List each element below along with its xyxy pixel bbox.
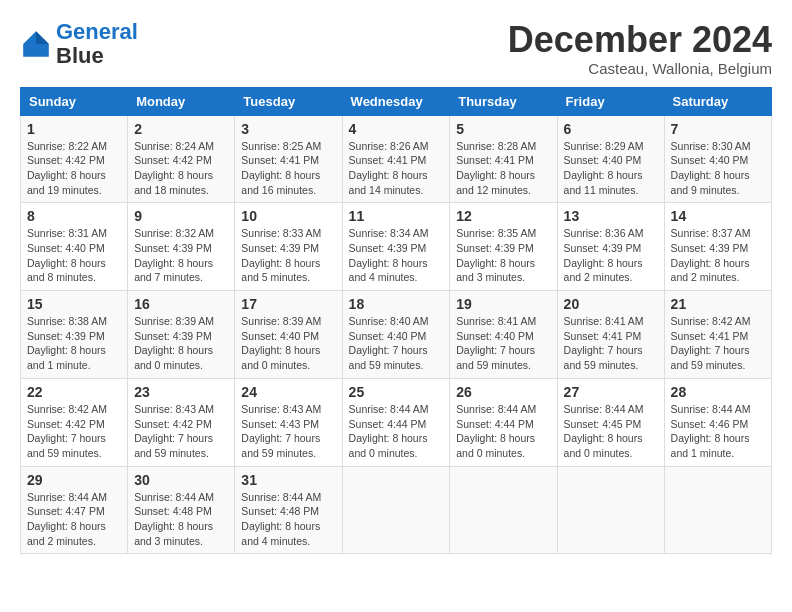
- day-info: Sunrise: 8:37 AM Sunset: 4:39 PM Dayligh…: [671, 226, 765, 285]
- calendar-week-3: 15Sunrise: 8:38 AM Sunset: 4:39 PM Dayli…: [21, 291, 772, 379]
- calendar-cell: 19Sunrise: 8:41 AM Sunset: 4:40 PM Dayli…: [450, 291, 557, 379]
- day-info: Sunrise: 8:42 AM Sunset: 4:41 PM Dayligh…: [671, 314, 765, 373]
- day-info: Sunrise: 8:38 AM Sunset: 4:39 PM Dayligh…: [27, 314, 121, 373]
- day-info: Sunrise: 8:32 AM Sunset: 4:39 PM Dayligh…: [134, 226, 228, 285]
- day-info: Sunrise: 8:33 AM Sunset: 4:39 PM Dayligh…: [241, 226, 335, 285]
- day-number: 16: [134, 296, 228, 312]
- day-info: Sunrise: 8:24 AM Sunset: 4:42 PM Dayligh…: [134, 139, 228, 198]
- day-number: 6: [564, 121, 658, 137]
- page-header: General Blue December 2024 Casteau, Wall…: [20, 20, 772, 77]
- calendar-cell: 23Sunrise: 8:43 AM Sunset: 4:42 PM Dayli…: [128, 378, 235, 466]
- svg-marker-1: [36, 31, 49, 44]
- calendar-cell: 14Sunrise: 8:37 AM Sunset: 4:39 PM Dayli…: [664, 203, 771, 291]
- day-number: 18: [349, 296, 444, 312]
- day-info: Sunrise: 8:43 AM Sunset: 4:43 PM Dayligh…: [241, 402, 335, 461]
- day-info: Sunrise: 8:44 AM Sunset: 4:46 PM Dayligh…: [671, 402, 765, 461]
- day-number: 22: [27, 384, 121, 400]
- day-number: 3: [241, 121, 335, 137]
- day-number: 11: [349, 208, 444, 224]
- day-number: 8: [27, 208, 121, 224]
- day-info: Sunrise: 8:35 AM Sunset: 4:39 PM Dayligh…: [456, 226, 550, 285]
- day-info: Sunrise: 8:36 AM Sunset: 4:39 PM Dayligh…: [564, 226, 658, 285]
- day-info: Sunrise: 8:29 AM Sunset: 4:40 PM Dayligh…: [564, 139, 658, 198]
- day-number: 9: [134, 208, 228, 224]
- calendar-cell: 25Sunrise: 8:44 AM Sunset: 4:44 PM Dayli…: [342, 378, 450, 466]
- day-number: 25: [349, 384, 444, 400]
- day-number: 14: [671, 208, 765, 224]
- calendar-cell: 31Sunrise: 8:44 AM Sunset: 4:48 PM Dayli…: [235, 466, 342, 554]
- calendar-week-4: 22Sunrise: 8:42 AM Sunset: 4:42 PM Dayli…: [21, 378, 772, 466]
- calendar-week-5: 29Sunrise: 8:44 AM Sunset: 4:47 PM Dayli…: [21, 466, 772, 554]
- calendar-cell: 9Sunrise: 8:32 AM Sunset: 4:39 PM Daylig…: [128, 203, 235, 291]
- day-number: 1: [27, 121, 121, 137]
- calendar-cell: 29Sunrise: 8:44 AM Sunset: 4:47 PM Dayli…: [21, 466, 128, 554]
- calendar-cell: [342, 466, 450, 554]
- calendar-cell: [450, 466, 557, 554]
- day-info: Sunrise: 8:44 AM Sunset: 4:45 PM Dayligh…: [564, 402, 658, 461]
- day-number: 28: [671, 384, 765, 400]
- day-info: Sunrise: 8:22 AM Sunset: 4:42 PM Dayligh…: [27, 139, 121, 198]
- calendar-cell: 1Sunrise: 8:22 AM Sunset: 4:42 PM Daylig…: [21, 115, 128, 203]
- day-info: Sunrise: 8:44 AM Sunset: 4:48 PM Dayligh…: [134, 490, 228, 549]
- day-info: Sunrise: 8:25 AM Sunset: 4:41 PM Dayligh…: [241, 139, 335, 198]
- day-info: Sunrise: 8:39 AM Sunset: 4:39 PM Dayligh…: [134, 314, 228, 373]
- calendar-cell: 30Sunrise: 8:44 AM Sunset: 4:48 PM Dayli…: [128, 466, 235, 554]
- col-header-saturday: Saturday: [664, 87, 771, 115]
- col-header-tuesday: Tuesday: [235, 87, 342, 115]
- col-header-thursday: Thursday: [450, 87, 557, 115]
- calendar-cell: 8Sunrise: 8:31 AM Sunset: 4:40 PM Daylig…: [21, 203, 128, 291]
- day-info: Sunrise: 8:41 AM Sunset: 4:41 PM Dayligh…: [564, 314, 658, 373]
- day-number: 15: [27, 296, 121, 312]
- calendar-header-row: SundayMondayTuesdayWednesdayThursdayFrid…: [21, 87, 772, 115]
- calendar-cell: 12Sunrise: 8:35 AM Sunset: 4:39 PM Dayli…: [450, 203, 557, 291]
- calendar-cell: 3Sunrise: 8:25 AM Sunset: 4:41 PM Daylig…: [235, 115, 342, 203]
- col-header-sunday: Sunday: [21, 87, 128, 115]
- day-info: Sunrise: 8:44 AM Sunset: 4:44 PM Dayligh…: [456, 402, 550, 461]
- calendar-cell: 17Sunrise: 8:39 AM Sunset: 4:40 PM Dayli…: [235, 291, 342, 379]
- calendar-cell: 18Sunrise: 8:40 AM Sunset: 4:40 PM Dayli…: [342, 291, 450, 379]
- day-info: Sunrise: 8:44 AM Sunset: 4:48 PM Dayligh…: [241, 490, 335, 549]
- day-number: 12: [456, 208, 550, 224]
- day-number: 27: [564, 384, 658, 400]
- logo-text: General Blue: [56, 20, 138, 68]
- calendar-cell: 5Sunrise: 8:28 AM Sunset: 4:41 PM Daylig…: [450, 115, 557, 203]
- day-info: Sunrise: 8:41 AM Sunset: 4:40 PM Dayligh…: [456, 314, 550, 373]
- calendar-cell: [664, 466, 771, 554]
- day-number: 20: [564, 296, 658, 312]
- calendar-cell: 6Sunrise: 8:29 AM Sunset: 4:40 PM Daylig…: [557, 115, 664, 203]
- col-header-monday: Monday: [128, 87, 235, 115]
- calendar-week-2: 8Sunrise: 8:31 AM Sunset: 4:40 PM Daylig…: [21, 203, 772, 291]
- day-info: Sunrise: 8:34 AM Sunset: 4:39 PM Dayligh…: [349, 226, 444, 285]
- day-info: Sunrise: 8:44 AM Sunset: 4:44 PM Dayligh…: [349, 402, 444, 461]
- calendar-cell: 24Sunrise: 8:43 AM Sunset: 4:43 PM Dayli…: [235, 378, 342, 466]
- calendar-cell: 20Sunrise: 8:41 AM Sunset: 4:41 PM Dayli…: [557, 291, 664, 379]
- calendar-body: 1Sunrise: 8:22 AM Sunset: 4:42 PM Daylig…: [21, 115, 772, 554]
- day-number: 4: [349, 121, 444, 137]
- day-number: 13: [564, 208, 658, 224]
- calendar-cell: 13Sunrise: 8:36 AM Sunset: 4:39 PM Dayli…: [557, 203, 664, 291]
- day-number: 29: [27, 472, 121, 488]
- calendar-cell: 28Sunrise: 8:44 AM Sunset: 4:46 PM Dayli…: [664, 378, 771, 466]
- day-number: 21: [671, 296, 765, 312]
- title-block: December 2024 Casteau, Wallonia, Belgium: [508, 20, 772, 77]
- day-number: 24: [241, 384, 335, 400]
- day-info: Sunrise: 8:40 AM Sunset: 4:40 PM Dayligh…: [349, 314, 444, 373]
- day-number: 10: [241, 208, 335, 224]
- day-info: Sunrise: 8:31 AM Sunset: 4:40 PM Dayligh…: [27, 226, 121, 285]
- day-info: Sunrise: 8:42 AM Sunset: 4:42 PM Dayligh…: [27, 402, 121, 461]
- day-number: 23: [134, 384, 228, 400]
- day-info: Sunrise: 8:43 AM Sunset: 4:42 PM Dayligh…: [134, 402, 228, 461]
- calendar-cell: 16Sunrise: 8:39 AM Sunset: 4:39 PM Dayli…: [128, 291, 235, 379]
- calendar-cell: 4Sunrise: 8:26 AM Sunset: 4:41 PM Daylig…: [342, 115, 450, 203]
- calendar-cell: 27Sunrise: 8:44 AM Sunset: 4:45 PM Dayli…: [557, 378, 664, 466]
- day-info: Sunrise: 8:30 AM Sunset: 4:40 PM Dayligh…: [671, 139, 765, 198]
- calendar-cell: 2Sunrise: 8:24 AM Sunset: 4:42 PM Daylig…: [128, 115, 235, 203]
- month-title: December 2024: [508, 20, 772, 60]
- day-number: 5: [456, 121, 550, 137]
- col-header-friday: Friday: [557, 87, 664, 115]
- col-header-wednesday: Wednesday: [342, 87, 450, 115]
- calendar-cell: 26Sunrise: 8:44 AM Sunset: 4:44 PM Dayli…: [450, 378, 557, 466]
- calendar-cell: 11Sunrise: 8:34 AM Sunset: 4:39 PM Dayli…: [342, 203, 450, 291]
- day-info: Sunrise: 8:44 AM Sunset: 4:47 PM Dayligh…: [27, 490, 121, 549]
- calendar-cell: [557, 466, 664, 554]
